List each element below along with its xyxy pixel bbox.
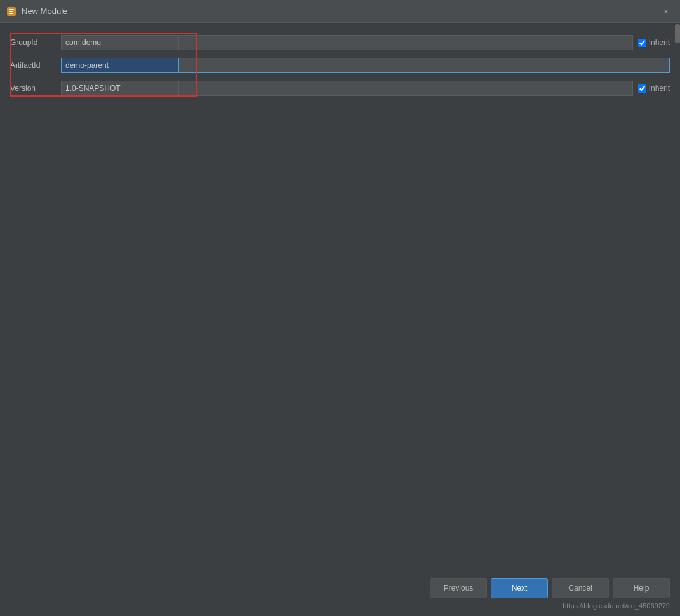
form-layout: GroupId Inherit ArtifactId Version [10, 33, 670, 102]
scrollbar-track [674, 23, 680, 264]
dialog-container: New Module × GroupId Inherit ArtifactId [0, 0, 680, 616]
close-button[interactable]: × [658, 4, 674, 19]
cancel-button[interactable]: Cancel [552, 578, 609, 598]
groupid-left-input[interactable] [61, 35, 178, 50]
version-inherit-checkbox[interactable] [638, 84, 646, 93]
groupid-right-input[interactable] [178, 35, 633, 50]
artifactid-label: ArtifactId [10, 61, 61, 70]
version-row: Version Inherit [10, 79, 670, 98]
groupid-label: GroupId [10, 38, 61, 47]
version-left-input[interactable] [61, 81, 178, 96]
previous-button[interactable]: Previous [430, 578, 487, 598]
artifactid-row: ArtifactId [10, 56, 670, 75]
content-spacer [0, 307, 680, 572]
watermark-text: https://blog.csdn.net/qq_45069279 [563, 602, 670, 610]
next-button[interactable]: Next [491, 578, 548, 598]
svg-rect-3 [9, 13, 13, 14]
dialog-footer: Previous Next Cancel Help https://blog.c… [0, 572, 680, 616]
groupid-row: GroupId Inherit [10, 33, 670, 52]
version-inherit-label: Inherit [649, 84, 670, 93]
groupid-inherit-checkbox[interactable] [638, 39, 646, 47]
svg-rect-2 [9, 11, 13, 12]
dialog-title: New Module [22, 6, 67, 16]
version-label: Version [10, 84, 61, 93]
version-right-input[interactable] [178, 81, 633, 96]
artifactid-right-input[interactable] [178, 58, 670, 73]
dialog-content: GroupId Inherit ArtifactId Version [0, 23, 680, 307]
svg-rect-1 [9, 9, 14, 10]
scrollbar-thumb [675, 24, 680, 43]
footer-buttons: Previous Next Cancel Help [430, 578, 670, 598]
artifactid-left-input[interactable] [61, 58, 178, 73]
groupid-inherit-label: Inherit [649, 38, 670, 47]
module-icon [6, 6, 17, 17]
title-bar-left: New Module [6, 6, 67, 17]
version-inherit-section: Inherit [633, 84, 670, 93]
title-bar: New Module × [0, 0, 680, 23]
help-button[interactable]: Help [613, 578, 670, 598]
groupid-inherit-section: Inherit [633, 38, 670, 47]
